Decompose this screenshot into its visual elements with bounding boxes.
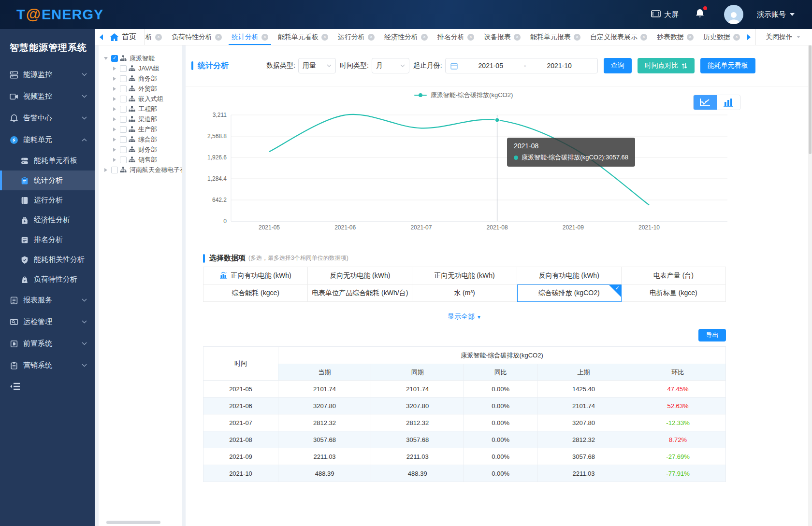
avatar[interactable] bbox=[724, 5, 743, 24]
tree-horizontal-scrollbar[interactable] bbox=[106, 521, 160, 524]
tree-node-综合部[interactable]: 综合部 bbox=[99, 134, 182, 144]
tab-close-icon[interactable]: × bbox=[640, 34, 647, 41]
data-item-电表产量 (台)[interactable]: 电表产量 (台) bbox=[622, 267, 726, 284]
tree-node-河南航天金穗电子有[interactable]: 河南航天金穗电子有 bbox=[99, 165, 182, 175]
tree-node-渠道部[interactable]: 渠道部 bbox=[99, 114, 182, 124]
chart-legend[interactable]: 康派智能-综合碳排放(kgCO2) bbox=[186, 91, 741, 100]
tab-home[interactable]: 首页 bbox=[107, 29, 145, 45]
tab-设备报表[interactable]: 设备报表× bbox=[479, 29, 525, 45]
tree-node-销售部[interactable]: 销售部 bbox=[99, 155, 182, 165]
close-operations-menu[interactable]: 关闭操作 bbox=[755, 29, 812, 45]
big-screen-button[interactable]: 大屏 bbox=[651, 10, 679, 19]
data-type-select[interactable]: 用量 bbox=[298, 58, 336, 73]
tab-运行分析[interactable]: 运行分析× bbox=[333, 29, 379, 45]
tab-统计分析[interactable]: 统计分析× bbox=[227, 29, 273, 45]
energy-unit-kanban-button[interactable]: 能耗单元看板 bbox=[700, 58, 755, 73]
tree-checkbox[interactable] bbox=[111, 167, 118, 173]
tree-checkbox[interactable] bbox=[120, 85, 127, 92]
tree-node-商务部[interactable]: 商务部 bbox=[99, 73, 182, 84]
sidebar-item-能耗相关性分析[interactable]: 能耗相关性分析 bbox=[0, 250, 95, 270]
tree-node-嵌入式组[interactable]: 嵌入式组 bbox=[99, 94, 182, 104]
sidebar-item-前置系统[interactable]: 前置系统 bbox=[0, 333, 95, 355]
tab-close-icon[interactable]: × bbox=[215, 34, 222, 41]
sidebar-item-报表服务[interactable]: 报表服务 bbox=[0, 289, 95, 311]
line-chart-toggle-button[interactable] bbox=[694, 95, 717, 110]
tab-历史数据[interactable]: 历史数据× bbox=[698, 29, 743, 45]
data-item-反向无功电能 (kWh)[interactable]: 反向无功电能 (kWh) bbox=[308, 267, 412, 284]
tab-close-icon[interactable]: × bbox=[467, 34, 474, 41]
tab-析[interactable]: 析× bbox=[145, 29, 167, 45]
tree-node-生产部[interactable]: 生产部 bbox=[99, 124, 182, 134]
caret-right-icon[interactable] bbox=[111, 67, 118, 71]
caret-down-icon[interactable] bbox=[102, 57, 109, 60]
tree-checkbox[interactable] bbox=[120, 106, 127, 113]
tab-排名分析[interactable]: 排名分析× bbox=[433, 29, 479, 45]
tab-抄表数据[interactable]: 抄表数据× bbox=[652, 29, 698, 45]
query-button[interactable]: 查询 bbox=[604, 58, 632, 73]
caret-right-icon[interactable] bbox=[102, 168, 109, 172]
bar-chart-toggle-button[interactable] bbox=[717, 95, 740, 110]
sidebar-item-能耗单元[interactable]: 能耗单元 bbox=[0, 129, 95, 151]
tab-close-icon[interactable]: × bbox=[514, 34, 521, 41]
tab-能耗单元看板[interactable]: 能耗单元看板× bbox=[273, 29, 333, 45]
export-button[interactable]: 导出 bbox=[698, 329, 726, 341]
tree-node-外贸部[interactable]: 外贸部 bbox=[99, 84, 182, 94]
tab-负荷特性分析[interactable]: 负荷特性分析× bbox=[167, 29, 227, 45]
line-chart[interactable]: 3,2112,568.81,926.61,284.4642.202021-052… bbox=[205, 108, 746, 239]
tree-checkbox[interactable] bbox=[120, 75, 127, 82]
sidebar-item-视频监控[interactable]: 视频监控 bbox=[0, 85, 95, 107]
caret-right-icon[interactable] bbox=[111, 148, 118, 152]
vertical-scrollbar[interactable] bbox=[808, 45, 812, 526]
data-item-正向有功电能 (kWh)[interactable]: 正向有功电能 (kWh) bbox=[203, 267, 308, 284]
caret-right-icon[interactable] bbox=[111, 128, 118, 131]
time-type-select[interactable]: 月 bbox=[372, 58, 409, 73]
tab-close-icon[interactable]: × bbox=[368, 34, 375, 41]
caret-right-icon[interactable] bbox=[111, 158, 118, 162]
tab-close-icon[interactable]: × bbox=[687, 34, 694, 41]
month-range-picker[interactable]: 2021-05 - 2021-10 bbox=[445, 58, 598, 73]
sidebar-item-经济性分析[interactable]: 经济性分析 bbox=[0, 210, 95, 230]
caret-right-icon[interactable] bbox=[111, 77, 118, 81]
sidebar-item-能源监控[interactable]: 能源监控 bbox=[0, 64, 95, 85]
account-menu[interactable]: 演示账号 bbox=[757, 10, 795, 19]
data-item-综合能耗 (kgce)[interactable]: 综合能耗 (kgce) bbox=[203, 284, 308, 302]
tree-node-财务部[interactable]: 财务部 bbox=[99, 144, 182, 155]
tab-close-icon[interactable]: × bbox=[261, 34, 268, 41]
sidebar-item-负荷特性分析[interactable]: 负荷特性分析 bbox=[0, 270, 95, 289]
tab-close-icon[interactable]: × bbox=[574, 34, 580, 41]
caret-right-icon[interactable] bbox=[111, 107, 118, 111]
tabs-scroll-right-button[interactable] bbox=[743, 34, 755, 41]
tree-node-JAVA组[interactable]: JAVA组 bbox=[99, 63, 182, 73]
tab-close-icon[interactable]: × bbox=[321, 34, 328, 41]
sidebar-item-排名分析[interactable]: 排名分析 bbox=[0, 230, 95, 250]
sidebar-item-营销系统[interactable]: 营销系统 bbox=[0, 355, 95, 376]
data-item-反向有功电能 (kWh)[interactable]: 反向有功电能 (kWh) bbox=[517, 267, 622, 284]
data-item-综合碳排放 (kgCO2)[interactable]: 综合碳排放 (kgCO2)✓ bbox=[517, 284, 622, 302]
tab-close-icon[interactable]: × bbox=[155, 34, 162, 41]
caret-right-icon[interactable] bbox=[111, 117, 118, 121]
sidebar-item-统计分析[interactable]: 统计分析 bbox=[0, 171, 95, 190]
data-item-电折标量 (kgce)[interactable]: 电折标量 (kgce) bbox=[622, 284, 726, 302]
caret-right-icon[interactable] bbox=[111, 97, 118, 101]
data-item-电表单位产品综合能耗 (kWh/台)[interactable]: 电表单位产品综合能耗 (kWh/台) bbox=[308, 284, 412, 302]
tab-close-icon[interactable]: × bbox=[421, 34, 428, 41]
sidebar-item-运行分析[interactable]: 运行分析 bbox=[0, 190, 95, 210]
show-all-button[interactable]: 显示全部▼ bbox=[203, 313, 726, 321]
caret-right-icon[interactable] bbox=[111, 138, 118, 142]
tree-checkbox[interactable] bbox=[111, 55, 118, 62]
tab-自定义报表展示[interactable]: 自定义报表展示× bbox=[585, 29, 652, 45]
tree-checkbox[interactable] bbox=[120, 126, 127, 133]
time-point-compare-button[interactable]: 时间点对比 bbox=[638, 58, 695, 73]
scrollbar-thumb[interactable] bbox=[809, 45, 812, 154]
tree-node-工程部[interactable]: 工程部 bbox=[99, 104, 182, 114]
tree-checkbox[interactable] bbox=[120, 65, 127, 72]
tab-经济性分析[interactable]: 经济性分析× bbox=[379, 29, 433, 45]
tab-close-icon[interactable]: × bbox=[733, 34, 740, 41]
tree-checkbox[interactable] bbox=[120, 116, 127, 123]
tree-node-康派智能[interactable]: 康派智能 bbox=[99, 53, 182, 63]
data-item-水 (m³)[interactable]: 水 (m³) bbox=[412, 284, 517, 302]
sidebar-item-告警中心[interactable]: 告警中心 bbox=[0, 107, 95, 129]
caret-right-icon[interactable] bbox=[111, 87, 118, 91]
tree-checkbox[interactable] bbox=[120, 146, 127, 153]
notification-button[interactable] bbox=[695, 8, 705, 21]
